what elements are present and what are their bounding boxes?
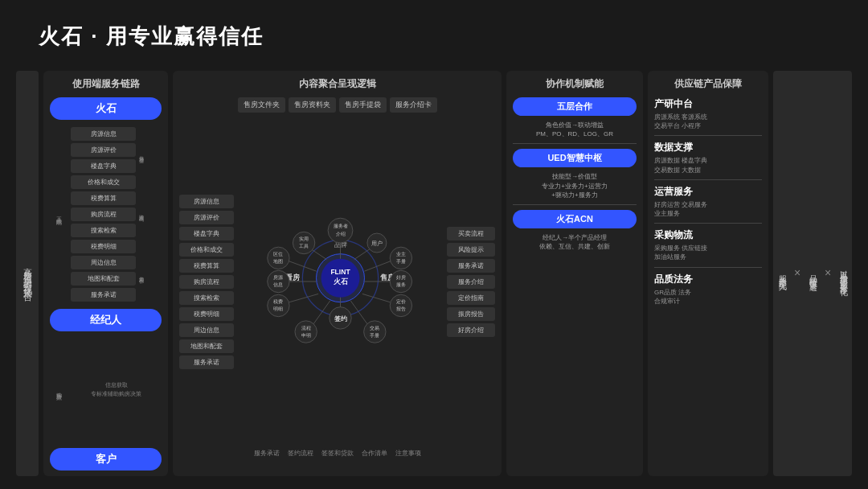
supply-item-desc: 采购服务 供应链接加油站服务	[654, 244, 762, 261]
ued-btn[interactable]: UED智慧中枢	[513, 149, 637, 167]
svg-text:信息: 信息	[273, 282, 283, 287]
svg-point-32	[390, 247, 411, 269]
supply-item-chanyan: 产研中台 房源系统 客源系统交易平台 小程序	[654, 97, 762, 130]
supply-item-title: 采购物流	[654, 228, 762, 242]
svg-text:业主: 业主	[396, 251, 406, 257]
chain-item: 税费明细	[71, 240, 136, 253]
section-collab: 协作机制赋能 五层合作 角色价值→联动增益PM、PO、RD、LOG、GR UED…	[506, 71, 643, 476]
chain-item: 房源信息	[71, 127, 136, 141]
bottom-label: 服务承诺	[254, 449, 280, 458]
svg-line-51	[350, 301, 367, 325]
section-chain: 使用端服务链路 火石 工具赋能 房源信息 房源评价 楼盘字典 价格和成交	[43, 71, 168, 476]
svg-line-47	[313, 301, 330, 325]
chain-item: 搜索检索	[71, 224, 136, 237]
svg-point-52	[364, 321, 386, 343]
svg-point-37	[390, 270, 411, 292]
content-right-item: 服务介绍	[447, 275, 495, 289]
content-right-item: 买卖流程	[447, 227, 495, 240]
main-container: 高质量信息的可视化聚合 使用端服务链路 火石 工具赋能 房源信息 房源评价 楼盘…	[16, 71, 852, 476]
chain-item: 周边信息	[71, 256, 136, 269]
chain-item: 服务承诺	[71, 288, 136, 302]
supply-item-desc: 房源数据 楼盘字典交易数据 大数据	[654, 156, 762, 174]
right-label-1: 服务型经纪人	[776, 269, 788, 278]
svg-text:房源: 房源	[273, 274, 283, 280]
chain-item: 地图和配套	[71, 272, 136, 286]
content-left-item: 税费明细	[179, 307, 234, 321]
supply-item-data: 数据支撑 房源数据 楼盘字典交易数据 大数据	[654, 141, 762, 174]
content-left-item: 搜索检索	[179, 291, 234, 305]
svg-text:报告: 报告	[395, 306, 406, 311]
tab-ziliao[interactable]: 售房资料夹	[289, 97, 336, 113]
bottom-label: 注意事项	[395, 449, 421, 458]
content-left-item: 房源评价	[179, 211, 234, 224]
chain-item: 价格和成交	[71, 175, 136, 189]
right-label-3: 以工具使用带动服务标准化	[837, 264, 849, 283]
tab-wenjian[interactable]: 售房文件夹	[238, 97, 285, 113]
kehu-button[interactable]: 客户	[50, 448, 162, 471]
section-supply: 供应链产品保障 产研中台 房源系统 客源系统交易平台 小程序 数据支撑 房源数据…	[648, 71, 768, 476]
chain-title: 使用端服务链路	[50, 77, 162, 91]
supply-item-title: 数据支撑	[654, 141, 762, 154]
content-right-item: 定价指南	[447, 291, 495, 305]
svg-text:实用: 实用	[299, 236, 309, 241]
svg-text:工具: 工具	[299, 244, 309, 249]
svg-point-48	[295, 321, 317, 343]
right-label-x2: ×	[821, 266, 834, 281]
right-label-2: 品牌价值渗透	[807, 269, 818, 278]
bottom-label: 签约流程	[288, 449, 313, 458]
content-tabs: 售房文件夹 售房资料夹 售房手提袋 服务介绍卡	[179, 97, 495, 113]
jingiren-button[interactable]: 经纪人	[50, 309, 162, 331]
svg-text:手册: 手册	[370, 333, 379, 338]
chain-item: 楼盘字典	[71, 159, 136, 173]
wuceng-btn[interactable]: 五层合作	[513, 97, 637, 116]
supply-item-desc: 好房运营 交易服务业主服务	[654, 200, 762, 218]
svg-text:地图: 地图	[272, 259, 283, 264]
svg-line-18	[288, 261, 316, 271]
supply-item-desc: 房源系统 客源系统交易平台 小程序	[654, 113, 762, 130]
supply-title: 供应链产品保障	[654, 77, 762, 91]
content-left-item: 周边信息	[179, 323, 234, 337]
tab-jieshaoka[interactable]: 服务介绍卡	[390, 97, 437, 113]
center-diagram: FLINT 火石 品牌 实用 工具 服务者 介绍	[237, 117, 444, 446]
collab-title: 协作机制赋能	[513, 77, 637, 91]
page-title: 火石 · 用专业赢得信任	[39, 23, 264, 51]
wuceng-desc: 角色价值→联动增益PM、PO、RD、LOG、GR	[513, 121, 637, 138]
svg-text:FLINT: FLINT	[330, 268, 350, 276]
content-left-item: 地图和配套	[179, 339, 234, 353]
chain-item: 房源评价	[71, 143, 136, 157]
svg-text:申明: 申明	[301, 333, 311, 338]
acn-btn[interactable]: 火石ACN	[513, 210, 637, 228]
content-left-item: 税费算算	[179, 259, 234, 273]
left-vertical-label: 高质量信息的可视化聚合	[16, 71, 39, 476]
supply-inner: 产研中台 房源系统 客源系统交易平台 小程序 数据支撑 房源数据 楼盘字典交易数…	[654, 97, 762, 471]
tab-tidai[interactable]: 售房手提袋	[339, 97, 387, 113]
right-label-x1: ×	[791, 266, 804, 281]
supply-item-logistics: 采购物流 采购服务 供应链接加油站服务	[654, 228, 762, 261]
content-left-item: 房源信息	[179, 195, 234, 208]
svg-text:用户: 用户	[371, 240, 383, 246]
svg-text:服务者: 服务者	[334, 224, 348, 228]
svg-text:交易: 交易	[370, 325, 379, 331]
content-right-item: 服务承诺	[447, 259, 495, 273]
svg-text:明细: 明细	[273, 306, 283, 311]
content-left-item: 价格和成交	[179, 243, 234, 257]
svg-point-19	[268, 247, 289, 269]
huoshi-button[interactable]: 火石	[50, 97, 162, 120]
chain-item: 税费算算	[71, 191, 136, 205]
supply-item-title: 运营服务	[654, 185, 762, 199]
svg-point-8	[293, 232, 314, 253]
content-left-item: 楼盘字典	[179, 227, 234, 240]
bottom-label: 合作清单	[362, 449, 387, 458]
svg-text:好房: 好房	[396, 274, 406, 280]
svg-text:区位: 区位	[273, 252, 283, 257]
content-right-item: 振房报告	[447, 307, 495, 321]
content-right-item: 风险提示	[447, 243, 495, 257]
svg-point-12	[328, 218, 353, 243]
svg-point-28	[268, 294, 289, 316]
ued-desc: 技能型→价值型专业力+业务力+运营力+驱动力+服务力	[513, 172, 637, 199]
svg-text:税费: 税费	[273, 299, 283, 304]
content-left-item: 服务承诺	[179, 355, 234, 369]
svg-text:定价: 定价	[396, 298, 406, 304]
content-left-item: 购房流程	[179, 275, 234, 289]
svg-line-27	[289, 294, 318, 302]
